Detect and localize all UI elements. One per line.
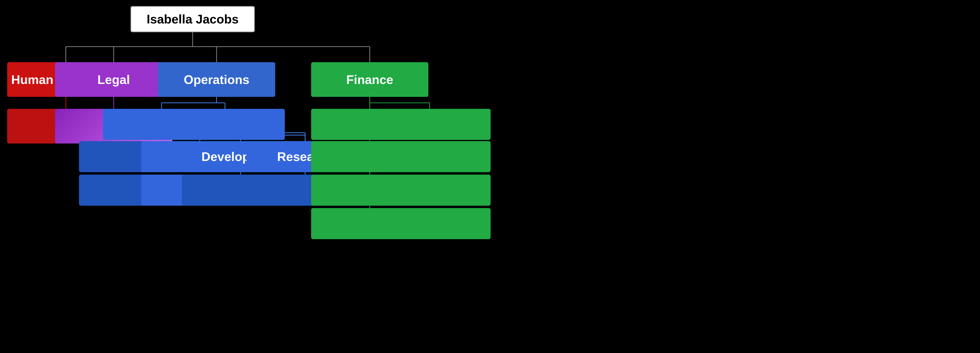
finance-node: Finance [311,62,428,97]
fin-l4-2-node [373,175,491,206]
legal-node: Legal [55,62,172,97]
ops-node: Operations [158,62,275,97]
fin-l3-2-node [373,141,491,172]
ops-child2-node [167,109,285,140]
fin-l2-2-node [373,109,491,140]
fin-l5-2-node [373,208,491,239]
root-node: Isabella Jacobs [130,6,255,32]
org-chart: Isabella Jacobs Human Resources Legal Op… [0,0,980,353]
